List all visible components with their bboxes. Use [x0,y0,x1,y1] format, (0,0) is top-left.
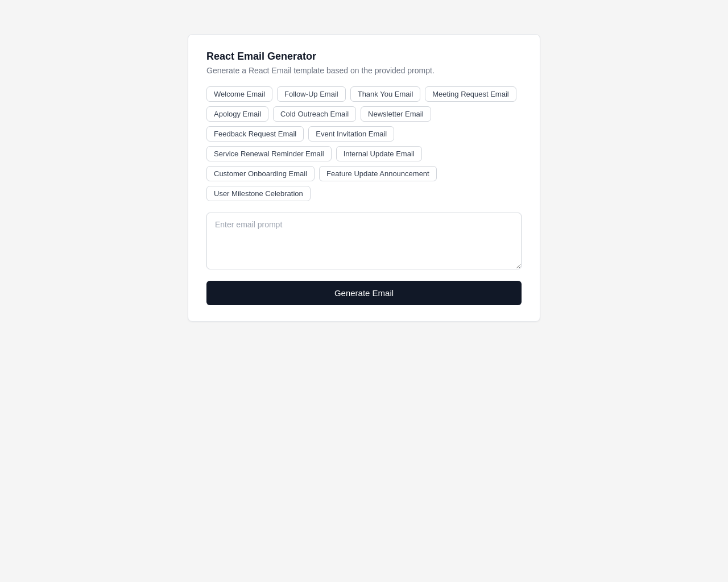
tag-button[interactable]: Service Renewal Reminder Email [206,146,332,161]
tag-button[interactable]: Customer Onboarding Email [206,166,315,181]
tag-button[interactable]: Thank You Email [350,86,421,102]
tag-button[interactable]: Newsletter Email [361,106,431,122]
tag-button[interactable]: Event Invitation Email [308,126,394,142]
tag-button[interactable]: User Milestone Celebration [206,186,311,201]
page-subtitle: Generate a React Email template based on… [206,66,522,75]
tag-button[interactable]: Welcome Email [206,86,272,102]
page-title: React Email Generator [206,51,522,63]
tag-button[interactable]: Internal Update Email [336,146,422,161]
tag-button[interactable]: Feature Update Announcement [319,166,437,181]
tag-button[interactable]: Meeting Request Email [425,86,516,102]
tag-button[interactable]: Follow-Up Email [277,86,346,102]
tag-button[interactable]: Feedback Request Email [206,126,304,142]
generate-email-button[interactable]: Generate Email [206,281,522,305]
email-prompt-input[interactable] [206,213,522,269]
tags-container: Welcome EmailFollow-Up EmailThank You Em… [206,86,522,201]
tag-button[interactable]: Cold Outreach Email [273,106,356,122]
main-card: React Email Generator Generate a React E… [188,34,540,322]
tag-button[interactable]: Apology Email [206,106,268,122]
